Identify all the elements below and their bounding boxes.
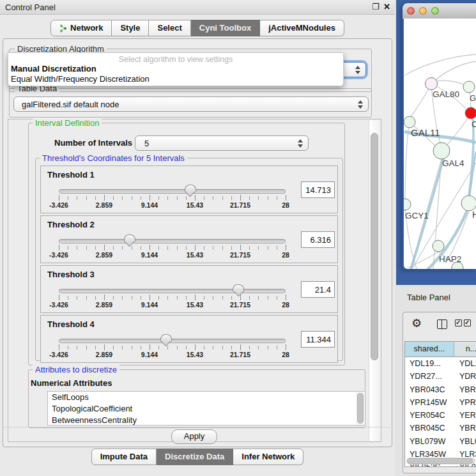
network-icon [59,24,67,33]
table-cell-shared-name[interactable]: YBL079W [405,435,454,448]
popup-item-equal-width-frequency[interactable]: Equal Width/Frequency Discretization [10,74,343,84]
slider-thumb[interactable] [233,284,244,292]
table-cell-name[interactable]: YPR1 [454,396,476,409]
zoom-traffic-light[interactable] [431,7,439,15]
table-cell-name[interactable]: YDR2 [454,370,476,383]
attribute-list-item[interactable]: BetweennessCentrality [48,415,365,426]
numerical-attributes-list[interactable]: SelfLoopsTopologicalCoefficientBetweenne… [47,391,365,426]
slider-tick-label: -3.426 [49,251,68,259]
attributes-scrollbar-thumb[interactable] [357,393,364,424]
slider-thumb[interactable] [124,234,135,242]
vertical-scrollbar-thumb[interactable] [371,133,378,360]
table-row[interactable]: YBR045CYBR0 [405,422,476,434]
float-window-icon[interactable]: ❐ [372,2,380,12]
slider-major-tick [104,195,105,201]
tab-discretize-data[interactable]: Discretize Data [157,449,233,465]
numerical-attributes-label: Numerical Attributes [31,378,112,388]
network-node [465,107,476,119]
top-tabstrip: Network Style Select Cyni Toolbox jActiv… [0,20,395,36]
attribute-list-item[interactable]: SelfLoops [48,392,365,403]
slider-major-tick [195,245,196,250]
slider-thumb[interactable] [185,185,196,192]
thresholds-title: Threshold's Coordinates for 5 Intervals [40,153,187,163]
minimize-traffic-light[interactable] [419,7,427,15]
slider-major-tick [104,344,105,350]
slider-tick-label: 28 [282,201,289,209]
table-row[interactable]: YER054CYER0 [405,409,476,422]
table-row[interactable]: YDL19...YDL1 [405,357,476,370]
table-panel-title: Table Panel [407,293,450,302]
threshold-value-field[interactable]: 6.316 [301,231,335,248]
table-cell-name[interactable]: YDL1 [454,357,476,370]
tab-impute-data[interactable]: Impute Data [91,449,157,465]
table-cell-shared-name[interactable]: YDR27... [405,370,454,383]
slider-tick-label: 9.144 [141,351,158,358]
slider-tick-label: 15.43 [187,301,203,309]
table-cell-name[interactable]: YBR0 [454,383,476,396]
table-row[interactable]: YDR27...YDR2 [405,370,476,383]
slider-tick-label: 21.715 [230,201,250,209]
slider-tick-label: 21.715 [230,251,250,259]
attributes-scrollbar[interactable] [356,392,364,424]
threshold-value-field[interactable]: 14.713 [301,181,335,198]
network-node-label: C [472,119,476,129]
network-node [426,78,438,90]
slider-track[interactable] [59,289,286,293]
apply-button[interactable]: Apply [171,429,217,444]
close-icon[interactable]: ✕ [383,2,390,12]
tab-jactivemnodules[interactable]: jActiveMNodules [260,20,344,36]
slider-major-tick [59,195,59,201]
table-horizontal-scrollbar-thumb[interactable] [407,458,473,464]
slider-major-tick [240,245,241,250]
table-row[interactable]: YBL079WYBL0 [405,435,476,448]
popup-item-manual-discretization[interactable]: Manual Discretization [10,64,343,74]
table-cell-shared-name[interactable]: YDL19... [405,357,454,370]
checkbox-icon[interactable]: ✓ [455,319,462,326]
table-horizontal-scrollbar[interactable] [406,457,475,464]
network-canvas[interactable]: GAL80GCGAL11GAL4GCY1HHAP2 [404,19,476,269]
slider-thumb[interactable] [160,334,172,342]
gear-icon[interactable]: ⚙ [411,316,422,330]
slider-major-tick [59,344,59,350]
network-node [433,142,450,159]
table-cell-name[interactable]: YBR0 [454,422,476,434]
threshold-value-field[interactable]: 11.344 [301,331,335,348]
control-panel: Control Panel ❐ ✕ Network Style Select C… [0,0,395,476]
tab-network[interactable]: Network [50,20,112,36]
vertical-scrollbar[interactable] [369,120,380,441]
slider-track[interactable] [59,189,286,194]
columns-icon[interactable] [437,319,447,329]
slider-tick-label: 2.859 [96,301,112,309]
tab-infer-network[interactable]: Infer Network [233,449,303,465]
table-row[interactable]: YPR145WYPR1 [405,396,476,409]
column-header-name[interactable]: n... [454,342,476,357]
screen: { "window": { "title": "Control Panel", … [0,0,476,476]
table-cell-name[interactable]: YER0 [454,409,476,422]
column-header-shared-name[interactable]: shared... [405,342,454,357]
table-cell-name[interactable]: YBL0 [454,435,476,448]
network-view-window: GAL80GCGAL11GAL4GCY1HHAP2 [403,3,476,269]
slider-track[interactable] [59,339,286,343]
table-row[interactable]: YBR043CYBR0 [405,383,476,396]
table-cell-shared-name[interactable]: YBR043C [405,383,454,396]
network-node-label: GAL80 [433,89,459,99]
slider-major-tick [195,195,196,201]
tab-select[interactable]: Select [149,20,190,36]
close-traffic-light[interactable] [407,7,415,15]
tab-style[interactable]: Style [112,20,149,36]
table-cell-shared-name[interactable]: YBR045C [405,422,454,434]
threshold-value-field[interactable]: 21.4 [301,281,335,298]
attribute-list-item[interactable]: TopologicalCoefficient [48,403,365,415]
num-intervals-label: Number of Intervals [54,138,132,148]
table-cell-shared-name[interactable]: YPR145W [405,396,454,409]
table-rows: YDL19...YDL1YDR27...YDR2YBR043CYBR0YPR14… [405,357,476,467]
slider-tick-label: 28 [282,301,289,309]
table-cell-shared-name[interactable]: YER054C [405,409,454,422]
num-intervals-combobox[interactable]: 5 [135,135,309,151]
table-data-combobox[interactable]: galFiltered.sif default node [13,96,369,112]
threshold-label: Threshold 2 [47,220,95,229]
threshold-row: Threshold 2-3.4262.8599.14415.4321.71528… [40,215,338,263]
tab-cyni-toolbox[interactable]: Cyni Toolbox [191,20,260,36]
slider-track[interactable] [59,239,286,243]
checkbox-icon[interactable]: ✓ [464,319,471,326]
